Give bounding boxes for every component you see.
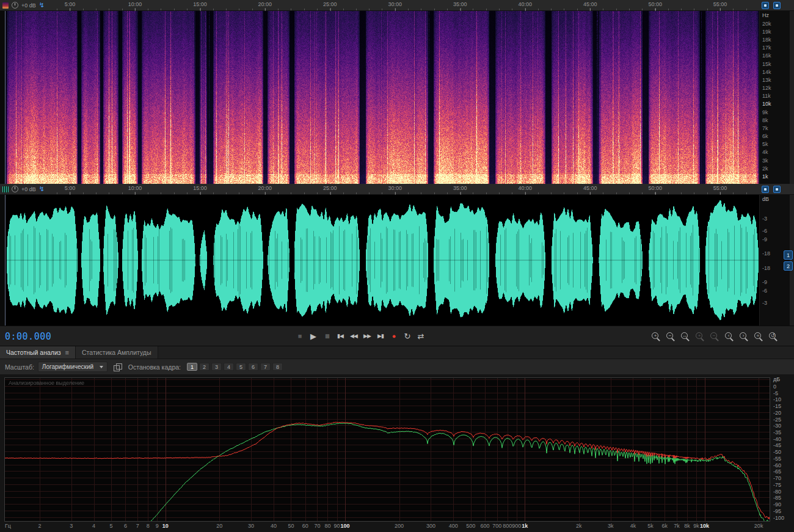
hold-button-2[interactable]: 2 xyxy=(199,363,209,371)
waveform-canvas[interactable] xyxy=(5,195,759,326)
freq-axis-label: 3k xyxy=(608,523,614,529)
zoom-full-button[interactable]: ↔ xyxy=(680,332,690,341)
frequency-plot: Анализированное выделение xyxy=(4,377,770,522)
db-scale-label: -18 xyxy=(762,250,770,257)
channel-2-button[interactable]: 2 xyxy=(784,261,793,271)
analyzed-selection-label: Анализированное выделение xyxy=(9,380,84,386)
playhead[interactable] xyxy=(5,195,5,326)
hold-button-7[interactable]: 7 xyxy=(260,363,271,371)
waveform-timeline-ruler[interactable]: 5:0010:0015:0020:0025:0030:0035:0040:004… xyxy=(5,184,759,194)
freq-scale-label: 17k xyxy=(762,45,771,51)
freq-axis-label: 1k xyxy=(522,523,528,529)
waveform-mode-icon[interactable] xyxy=(2,186,9,192)
freq-scale-label: 13k xyxy=(762,77,771,83)
panel-menu-icon[interactable] xyxy=(65,349,69,356)
zoom-in-time-button[interactable]: + xyxy=(651,332,661,341)
record-button[interactable]: ● xyxy=(388,329,399,343)
freq-axis-label: 900 xyxy=(512,523,521,529)
db-axis-label: -55 xyxy=(773,456,781,462)
db-axis-label: -50 xyxy=(773,449,781,455)
spectral-panel-body: Hz 20k19k18k17k16k15k14k13k12k11k10k9k8k… xyxy=(0,11,794,184)
time-display[interactable]: 0:00.000 xyxy=(5,331,51,342)
zoom-to-out-point-button[interactable]: › xyxy=(739,332,749,341)
zoom-out-time-button[interactable]: − xyxy=(666,332,676,341)
freq-scale-label: 3k xyxy=(762,158,768,164)
freq-axis-label: 10k xyxy=(700,523,709,529)
timeline-tick-label: 35:00 xyxy=(453,185,467,191)
tab-amplitude-statistics[interactable]: Статистика Амплитуды xyxy=(76,346,158,359)
skip-selection-button[interactable]: ⇄ xyxy=(415,329,426,343)
move-next-button[interactable]: ▶▮ xyxy=(375,329,386,343)
snap-icon[interactable] xyxy=(39,2,45,9)
hold-button-8[interactable]: 8 xyxy=(272,363,283,371)
db-scale-label: -6 xyxy=(762,288,767,294)
timeline-tick-label: 40:00 xyxy=(518,185,532,191)
amplitude-scale[interactable]: dB 1 2 -3-3-6-6-9-9-18-18 xyxy=(759,195,794,326)
hold-button-6[interactable]: 6 xyxy=(248,363,258,371)
freq-axis-label: 5k xyxy=(647,523,654,529)
loop-playback-button[interactable]: ↻ xyxy=(402,329,413,343)
gain-knob-icon[interactable] xyxy=(12,186,18,192)
rewind-button[interactable]: ◀◀ xyxy=(348,329,359,343)
freq-axis-label: 2k xyxy=(576,523,582,529)
db-scale-label: -9 xyxy=(762,279,767,285)
db-scale-label: -18 xyxy=(762,265,770,271)
frequency-scale[interactable]: Hz 20k19k18k17k16k15k14k13k12k11k10k9k8k… xyxy=(759,11,794,184)
zoom-to-selection-button[interactable]: ‹› xyxy=(754,332,763,341)
waveform-header-options xyxy=(762,186,781,193)
fast-forward-button[interactable]: ▶▶ xyxy=(362,329,373,343)
zoom-to-in-point-button[interactable]: ‹ xyxy=(724,332,734,341)
timeline-tick-label: 10:00 xyxy=(128,1,142,7)
panel-option-icon-2[interactable] xyxy=(773,186,781,193)
frequency-axis-unit: Гц xyxy=(5,523,11,529)
spectral-timeline-ruler[interactable]: 5:0010:0015:0020:0025:0030:0035:0040:004… xyxy=(5,0,759,10)
db-axis-label: -20 xyxy=(773,410,781,416)
freq-axis-label: 20k xyxy=(754,523,763,529)
freq-axis-label: 70 xyxy=(314,523,320,529)
freq-scale-label: 18k xyxy=(762,37,771,43)
pause-icon: ▮▮ xyxy=(325,333,329,339)
freq-scale-label: 10k xyxy=(762,101,771,107)
scale-label: Масштаб: xyxy=(5,363,34,371)
freq-axis-label: 700 xyxy=(492,523,501,529)
stop-button[interactable]: ■ xyxy=(294,329,305,343)
freq-scale-label: 5k xyxy=(762,141,768,147)
timeline-tick-label: 5:00 xyxy=(65,1,76,7)
timeline-tick-label: 15:00 xyxy=(193,185,207,191)
freq-axis-label: 100 xyxy=(340,523,349,529)
scale-dropdown-value: Логарифмический xyxy=(42,363,93,370)
tab-frequency-analysis[interactable]: Частотный анализ xyxy=(0,346,76,359)
timeline-tick-label: 50:00 xyxy=(648,185,662,191)
panel-option-icon-1[interactable] xyxy=(762,186,769,193)
gain-knob-icon[interactable] xyxy=(12,2,18,9)
freq-scale-label: 1k xyxy=(762,173,768,180)
scale-dropdown[interactable]: Логарифмический xyxy=(38,362,107,372)
hold-button-5[interactable]: 5 xyxy=(236,363,246,371)
panel-option-icon-2[interactable] xyxy=(773,2,781,9)
frequency-plot-zone: Анализированное выделение дБ 0-5-10-15-2… xyxy=(0,375,794,532)
hold-button-1[interactable]: 1 xyxy=(187,363,197,371)
zoom-in-amplitude-button[interactable]: + xyxy=(695,332,705,341)
snap-icon[interactable] xyxy=(39,186,45,192)
db-axis-label: -10 xyxy=(773,396,781,403)
copy-frames-icon[interactable] xyxy=(114,363,122,371)
hold-button-4[interactable]: 4 xyxy=(224,363,234,371)
reset-zoom-button[interactable]: ↺ xyxy=(768,332,778,341)
freq-scale-label: 19k xyxy=(762,29,771,35)
pause-button[interactable]: ▮▮ xyxy=(321,329,332,343)
channel-1-button[interactable]: 1 xyxy=(784,250,793,260)
move-previous-button[interactable]: ▮◀ xyxy=(335,329,346,343)
db-axis-label: -45 xyxy=(773,442,781,448)
panel-option-icon-1[interactable] xyxy=(762,2,769,9)
spectral-mode-icon[interactable] xyxy=(2,2,9,9)
freq-axis-label: 60 xyxy=(302,523,308,529)
freq-axis-label: 20 xyxy=(216,523,222,529)
playhead[interactable] xyxy=(5,11,5,184)
freq-axis-label: 50 xyxy=(288,523,294,529)
hold-button-3[interactable]: 3 xyxy=(211,363,222,371)
play-button[interactable]: ▶ xyxy=(308,329,319,343)
zoom-out-amplitude-button[interactable]: − xyxy=(710,332,719,341)
spectrogram-canvas[interactable] xyxy=(5,11,759,184)
freq-scale-label: 6k xyxy=(762,133,768,139)
tab-label: Частотный анализ xyxy=(6,349,61,356)
